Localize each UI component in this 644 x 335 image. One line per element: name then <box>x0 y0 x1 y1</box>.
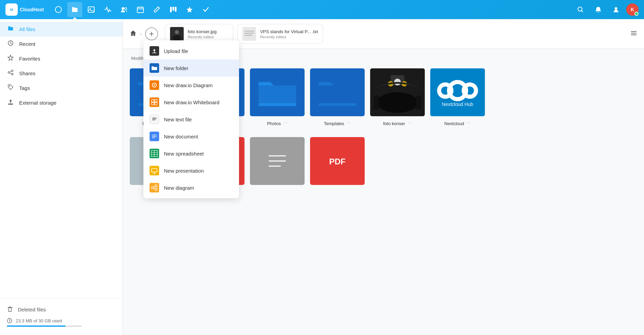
recent-thumb-2 <box>242 27 256 41</box>
dropdown-drawio-label: New draw.io Diagram <box>164 82 213 88</box>
dropdown-new-pres[interactable]: New presentation <box>143 162 239 179</box>
doc-icon <box>150 132 159 141</box>
dropdown-upload-file[interactable]: Upload file <box>143 42 239 59</box>
avatar-online-badge <box>634 12 639 16</box>
file-more-photos[interactable]: ··· <box>283 120 288 125</box>
file-item-photos[interactable]: Photos ··· <box>250 66 305 129</box>
breadcrumb-arrow: › <box>140 31 142 37</box>
nav-circle-icon[interactable] <box>51 2 66 17</box>
file-name-row-nextcloud: Nextcloud ··· <box>444 118 471 126</box>
file-name-nextcloud: Nextcloud <box>444 121 464 126</box>
nav-calendar-icon[interactable] <box>133 2 148 17</box>
file-item-nextcloud[interactable]: Nextcloud Hub Nextcloud ··· <box>430 66 485 129</box>
dropdown-new-drawio-wb[interactable]: New draw.io Whiteboard <box>143 94 239 111</box>
sidebar-bottom: Deleted files 23.3 MB of 30 GB used <box>0 298 123 332</box>
dropdown-new-doc[interactable]: New document <box>143 128 239 145</box>
notifications-btn[interactable] <box>591 2 606 17</box>
new-btn-symbol: + <box>149 30 154 38</box>
svg-point-11 <box>615 7 617 10</box>
app-name: CloudHost <box>20 7 44 12</box>
file-item-doc[interactable] <box>250 134 305 188</box>
new-button[interactable]: + <box>145 27 158 40</box>
file-thumb-pdf2: PDF <box>310 137 365 185</box>
dropdown-new-sheet[interactable]: New spreadsheet <box>143 145 239 162</box>
favorites-icon <box>7 55 14 63</box>
new-folder-icon <box>150 63 159 73</box>
main-layout: All files Recent Favorites Shares Tags <box>0 19 644 335</box>
svg-rect-29 <box>631 35 636 35</box>
nav-photos-icon[interactable] <box>84 2 99 17</box>
dropdown-new-folder[interactable]: New folder <box>143 59 239 77</box>
svg-point-33 <box>154 84 155 86</box>
storage-info: 23.3 MB of 30 GB used <box>7 318 116 323</box>
avatar[interactable]: K <box>626 3 639 16</box>
recent-info-2: VPS stands for Virtual P... .txt Recentl… <box>260 29 318 39</box>
svg-point-21 <box>175 30 179 34</box>
sidebar-item-all-files[interactable]: All files <box>0 22 123 37</box>
sidebar-item-favorites[interactable]: Favorites <box>0 51 123 66</box>
file-item-templates[interactable]: Templates ··· <box>310 66 365 129</box>
dropdown-new-drawio[interactable]: New draw.io Diagram <box>143 77 239 94</box>
breadcrumb-home[interactable] <box>130 30 137 38</box>
svg-rect-8 <box>175 7 177 12</box>
svg-rect-70 <box>416 96 421 109</box>
nav-activity-icon[interactable] <box>100 2 115 17</box>
svg-point-17 <box>9 86 10 87</box>
deleted-files-btn[interactable]: Deleted files <box>7 304 116 314</box>
storage-text: 23.3 MB of 30 GB used <box>16 318 62 323</box>
topbar-right: K <box>573 2 639 17</box>
svg-rect-28 <box>631 33 636 34</box>
file-more-templates[interactable]: ··· <box>347 120 351 125</box>
svg-rect-5 <box>137 7 143 13</box>
recent-card-2[interactable]: VPS stands for Virtual P... .txt Recentl… <box>237 24 323 44</box>
recent-info-1: foto konser.jpg Recently edited <box>188 29 217 39</box>
svg-rect-30 <box>152 53 156 53</box>
text-file-icon <box>150 115 159 124</box>
svg-point-16 <box>8 72 10 73</box>
file-name-row-templates: Templates ··· <box>324 118 351 126</box>
dropdown-sheet-label: New spreadsheet <box>164 151 204 157</box>
svg-rect-69 <box>374 96 379 109</box>
nav-tasks-icon[interactable] <box>198 2 213 17</box>
main-header-right <box>630 30 637 38</box>
deleted-files-label: Deleted files <box>18 307 46 312</box>
file-item-foto-konser[interactable]: foto konser ··· <box>370 66 425 129</box>
tags-icon <box>7 84 14 92</box>
drawio-wb-icon <box>150 97 159 107</box>
nav-contacts-icon[interactable] <box>116 2 131 17</box>
recent-name-1: foto konser.jpg <box>188 29 217 34</box>
svg-marker-9 <box>186 6 193 13</box>
view-toggle-btn[interactable] <box>630 31 637 38</box>
app-logo[interactable]: Id CloudHost <box>5 3 44 16</box>
svg-point-3 <box>122 7 124 10</box>
main-content: › + foto konser.jpg Recently edited <box>123 19 644 335</box>
file-thumb-templates <box>310 68 365 116</box>
file-item-pdf2[interactable]: PDF <box>310 134 365 188</box>
sidebar-item-shares[interactable]: Shares <box>0 66 123 81</box>
dropdown-new-text[interactable]: New text file <box>143 111 239 128</box>
nav-deck-icon[interactable] <box>166 2 181 17</box>
file-thumb-photos <box>250 68 305 116</box>
dropdown-folder-label: New folder <box>164 65 188 71</box>
sidebar-label-all-files: All files <box>19 26 36 32</box>
svg-point-10 <box>578 7 582 11</box>
recent-sub-1: Recently edited <box>188 35 217 39</box>
file-name-templates: Templates <box>324 121 344 126</box>
search-btn[interactable] <box>573 2 588 17</box>
diag-icon <box>150 183 159 192</box>
user-menu-btn[interactable] <box>608 2 624 17</box>
nav-files-icon[interactable] <box>67 2 82 17</box>
shares-icon <box>7 69 14 77</box>
sidebar-item-recent[interactable]: Recent <box>0 37 123 51</box>
nav-notes-icon[interactable] <box>149 2 164 17</box>
sidebar-item-tags[interactable]: Tags <box>0 81 123 95</box>
file-more-foto-konser[interactable]: ··· <box>408 120 412 125</box>
pres-icon <box>150 166 159 175</box>
svg-text:Nextcloud Hub: Nextcloud Hub <box>442 102 473 107</box>
file-more-nextcloud[interactable]: ··· <box>467 120 471 125</box>
dropdown-new-diag[interactable]: New diagram <box>143 179 239 196</box>
file-name-foto-konser: foto konser <box>383 121 405 126</box>
nav-bookmarks-icon[interactable] <box>182 2 197 17</box>
dropdown-upload-label: Upload file <box>164 48 188 54</box>
sidebar-item-external[interactable]: External storage <box>0 95 123 110</box>
